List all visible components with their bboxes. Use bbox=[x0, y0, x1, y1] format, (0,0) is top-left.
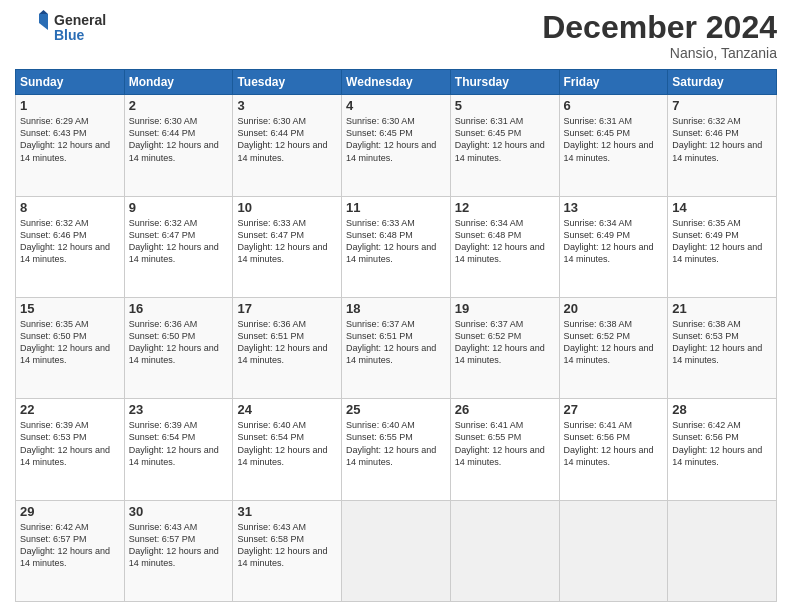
day-info: Sunrise: 6:36 AMSunset: 6:51 PMDaylight:… bbox=[237, 318, 337, 367]
day-number: 12 bbox=[455, 200, 555, 215]
calendar-header-saturday: Saturday bbox=[668, 70, 777, 95]
day-number: 14 bbox=[672, 200, 772, 215]
calendar-cell: 4Sunrise: 6:30 AMSunset: 6:45 PMDaylight… bbox=[342, 95, 451, 196]
day-info: Sunrise: 6:30 AMSunset: 6:44 PMDaylight:… bbox=[129, 115, 229, 164]
day-info: Sunrise: 6:35 AMSunset: 6:49 PMDaylight:… bbox=[672, 217, 772, 266]
day-info: Sunrise: 6:32 AMSunset: 6:46 PMDaylight:… bbox=[672, 115, 772, 164]
day-number: 27 bbox=[564, 402, 664, 417]
calendar-body: 1Sunrise: 6:29 AMSunset: 6:43 PMDaylight… bbox=[16, 95, 777, 602]
day-number: 29 bbox=[20, 504, 120, 519]
day-info: Sunrise: 6:31 AMSunset: 6:45 PMDaylight:… bbox=[564, 115, 664, 164]
day-number: 17 bbox=[237, 301, 337, 316]
day-info: Sunrise: 6:36 AMSunset: 6:50 PMDaylight:… bbox=[129, 318, 229, 367]
calendar-header-wednesday: Wednesday bbox=[342, 70, 451, 95]
calendar-cell: 6Sunrise: 6:31 AMSunset: 6:45 PMDaylight… bbox=[559, 95, 668, 196]
calendar-cell: 19Sunrise: 6:37 AMSunset: 6:52 PMDayligh… bbox=[450, 297, 559, 398]
calendar-header-row: SundayMondayTuesdayWednesdayThursdayFrid… bbox=[16, 70, 777, 95]
day-info: Sunrise: 6:40 AMSunset: 6:54 PMDaylight:… bbox=[237, 419, 337, 468]
day-number: 30 bbox=[129, 504, 229, 519]
calendar-cell: 11Sunrise: 6:33 AMSunset: 6:48 PMDayligh… bbox=[342, 196, 451, 297]
calendar-cell: 7Sunrise: 6:32 AMSunset: 6:46 PMDaylight… bbox=[668, 95, 777, 196]
calendar-cell: 23Sunrise: 6:39 AMSunset: 6:54 PMDayligh… bbox=[124, 399, 233, 500]
calendar-cell: 27Sunrise: 6:41 AMSunset: 6:56 PMDayligh… bbox=[559, 399, 668, 500]
day-info: Sunrise: 6:39 AMSunset: 6:53 PMDaylight:… bbox=[20, 419, 120, 468]
calendar-cell: 20Sunrise: 6:38 AMSunset: 6:52 PMDayligh… bbox=[559, 297, 668, 398]
calendar-cell: 5Sunrise: 6:31 AMSunset: 6:45 PMDaylight… bbox=[450, 95, 559, 196]
calendar-cell: 18Sunrise: 6:37 AMSunset: 6:51 PMDayligh… bbox=[342, 297, 451, 398]
calendar-header-monday: Monday bbox=[124, 70, 233, 95]
location: Nansio, Tanzania bbox=[542, 45, 777, 61]
calendar-cell: 24Sunrise: 6:40 AMSunset: 6:54 PMDayligh… bbox=[233, 399, 342, 500]
day-info: Sunrise: 6:35 AMSunset: 6:50 PMDaylight:… bbox=[20, 318, 120, 367]
day-info: Sunrise: 6:39 AMSunset: 6:54 PMDaylight:… bbox=[129, 419, 229, 468]
day-info: Sunrise: 6:33 AMSunset: 6:48 PMDaylight:… bbox=[346, 217, 446, 266]
calendar-cell: 12Sunrise: 6:34 AMSunset: 6:48 PMDayligh… bbox=[450, 196, 559, 297]
calendar-header-thursday: Thursday bbox=[450, 70, 559, 95]
calendar-cell bbox=[559, 500, 668, 601]
calendar-cell: 8Sunrise: 6:32 AMSunset: 6:46 PMDaylight… bbox=[16, 196, 125, 297]
day-info: Sunrise: 6:37 AMSunset: 6:51 PMDaylight:… bbox=[346, 318, 446, 367]
calendar-week-5: 29Sunrise: 6:42 AMSunset: 6:57 PMDayligh… bbox=[16, 500, 777, 601]
logo-blue: Blue bbox=[54, 28, 106, 43]
calendar-cell bbox=[342, 500, 451, 601]
day-number: 19 bbox=[455, 301, 555, 316]
day-number: 1 bbox=[20, 98, 120, 113]
day-number: 20 bbox=[564, 301, 664, 316]
calendar-cell: 1Sunrise: 6:29 AMSunset: 6:43 PMDaylight… bbox=[16, 95, 125, 196]
day-number: 11 bbox=[346, 200, 446, 215]
calendar-header-tuesday: Tuesday bbox=[233, 70, 342, 95]
day-info: Sunrise: 6:38 AMSunset: 6:53 PMDaylight:… bbox=[672, 318, 772, 367]
calendar-cell: 22Sunrise: 6:39 AMSunset: 6:53 PMDayligh… bbox=[16, 399, 125, 500]
logo-general: General bbox=[54, 13, 106, 28]
svg-marker-0 bbox=[39, 14, 48, 30]
day-info: Sunrise: 6:41 AMSunset: 6:55 PMDaylight:… bbox=[455, 419, 555, 468]
calendar-cell: 14Sunrise: 6:35 AMSunset: 6:49 PMDayligh… bbox=[668, 196, 777, 297]
calendar-cell: 17Sunrise: 6:36 AMSunset: 6:51 PMDayligh… bbox=[233, 297, 342, 398]
calendar-cell: 9Sunrise: 6:32 AMSunset: 6:47 PMDaylight… bbox=[124, 196, 233, 297]
day-info: Sunrise: 6:34 AMSunset: 6:49 PMDaylight:… bbox=[564, 217, 664, 266]
calendar-cell bbox=[450, 500, 559, 601]
day-number: 13 bbox=[564, 200, 664, 215]
calendar-cell: 10Sunrise: 6:33 AMSunset: 6:47 PMDayligh… bbox=[233, 196, 342, 297]
calendar-header-friday: Friday bbox=[559, 70, 668, 95]
day-number: 7 bbox=[672, 98, 772, 113]
day-info: Sunrise: 6:30 AMSunset: 6:44 PMDaylight:… bbox=[237, 115, 337, 164]
day-info: Sunrise: 6:30 AMSunset: 6:45 PMDaylight:… bbox=[346, 115, 446, 164]
calendar-cell: 15Sunrise: 6:35 AMSunset: 6:50 PMDayligh… bbox=[16, 297, 125, 398]
day-info: Sunrise: 6:31 AMSunset: 6:45 PMDaylight:… bbox=[455, 115, 555, 164]
day-info: Sunrise: 6:33 AMSunset: 6:47 PMDaylight:… bbox=[237, 217, 337, 266]
day-number: 8 bbox=[20, 200, 120, 215]
calendar-cell: 31Sunrise: 6:43 AMSunset: 6:58 PMDayligh… bbox=[233, 500, 342, 601]
calendar-header-sunday: Sunday bbox=[16, 70, 125, 95]
month-title: December 2024 bbox=[542, 10, 777, 45]
day-number: 23 bbox=[129, 402, 229, 417]
day-number: 10 bbox=[237, 200, 337, 215]
calendar-cell: 28Sunrise: 6:42 AMSunset: 6:56 PMDayligh… bbox=[668, 399, 777, 500]
svg-marker-1 bbox=[39, 10, 48, 14]
day-info: Sunrise: 6:40 AMSunset: 6:55 PMDaylight:… bbox=[346, 419, 446, 468]
day-info: Sunrise: 6:32 AMSunset: 6:47 PMDaylight:… bbox=[129, 217, 229, 266]
day-number: 15 bbox=[20, 301, 120, 316]
day-number: 6 bbox=[564, 98, 664, 113]
calendar-week-2: 8Sunrise: 6:32 AMSunset: 6:46 PMDaylight… bbox=[16, 196, 777, 297]
day-number: 31 bbox=[237, 504, 337, 519]
day-number: 21 bbox=[672, 301, 772, 316]
day-info: Sunrise: 6:34 AMSunset: 6:48 PMDaylight:… bbox=[455, 217, 555, 266]
page: General Blue December 2024 Nansio, Tanza… bbox=[0, 0, 792, 612]
title-block: December 2024 Nansio, Tanzania bbox=[542, 10, 777, 61]
logo-graphic: General Blue bbox=[15, 10, 106, 46]
day-number: 28 bbox=[672, 402, 772, 417]
day-info: Sunrise: 6:38 AMSunset: 6:52 PMDaylight:… bbox=[564, 318, 664, 367]
logo: General Blue bbox=[15, 10, 106, 46]
day-info: Sunrise: 6:43 AMSunset: 6:58 PMDaylight:… bbox=[237, 521, 337, 570]
calendar-week-3: 15Sunrise: 6:35 AMSunset: 6:50 PMDayligh… bbox=[16, 297, 777, 398]
calendar-cell: 21Sunrise: 6:38 AMSunset: 6:53 PMDayligh… bbox=[668, 297, 777, 398]
calendar-week-1: 1Sunrise: 6:29 AMSunset: 6:43 PMDaylight… bbox=[16, 95, 777, 196]
header: General Blue December 2024 Nansio, Tanza… bbox=[15, 10, 777, 61]
day-number: 25 bbox=[346, 402, 446, 417]
logo-text: General Blue bbox=[54, 13, 106, 44]
calendar-week-4: 22Sunrise: 6:39 AMSunset: 6:53 PMDayligh… bbox=[16, 399, 777, 500]
calendar: SundayMondayTuesdayWednesdayThursdayFrid… bbox=[15, 69, 777, 602]
day-number: 24 bbox=[237, 402, 337, 417]
day-info: Sunrise: 6:42 AMSunset: 6:56 PMDaylight:… bbox=[672, 419, 772, 468]
